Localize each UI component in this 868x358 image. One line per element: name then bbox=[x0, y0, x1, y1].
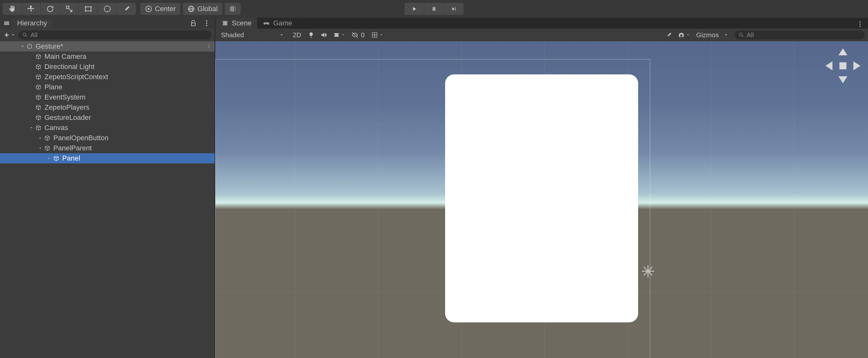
scene-grid-dropdown[interactable] bbox=[369, 30, 385, 40]
hierarchy-item[interactable]: PanelParent bbox=[0, 143, 215, 153]
hand-tool-button[interactable] bbox=[3, 3, 22, 15]
svg-point-14 bbox=[860, 24, 861, 25]
gameobject-icon bbox=[35, 104, 42, 111]
hierarchy-search-input[interactable]: All bbox=[19, 30, 212, 39]
hierarchy-scene-root[interactable]: Gesture* bbox=[0, 41, 215, 52]
scene-audio-toggle[interactable] bbox=[318, 30, 329, 40]
scale-tool-button[interactable] bbox=[60, 3, 79, 15]
recttransform-pivot-gizmo[interactable] bbox=[641, 264, 655, 278]
hierarchy-item[interactable]: Main Camera bbox=[0, 52, 215, 62]
play-button[interactable] bbox=[404, 3, 424, 15]
hierarchy-item-label: ZepetoScriptContext bbox=[44, 73, 108, 81]
search-icon bbox=[22, 32, 28, 38]
foldout-icon[interactable] bbox=[28, 126, 35, 130]
gameobject-icon bbox=[35, 74, 42, 80]
svg-point-10 bbox=[206, 20, 207, 22]
transform-tool-button[interactable] bbox=[98, 3, 117, 15]
scene-view-toolbar: Shaded 2D 0 bbox=[215, 29, 868, 41]
pivot-mode-toggle[interactable]: Center bbox=[140, 3, 180, 15]
space-mode-toggle[interactable]: Global bbox=[183, 3, 222, 15]
svg-point-16 bbox=[23, 33, 26, 36]
hierarchy-item-label: GestureLoader bbox=[44, 113, 91, 122]
gameobject-icon bbox=[35, 63, 42, 70]
tab-game-label: Game bbox=[273, 19, 292, 27]
hierarchy-item[interactable]: Panel bbox=[0, 153, 215, 163]
svg-rect-0 bbox=[85, 7, 91, 11]
hierarchy-lock-icon[interactable] bbox=[189, 19, 198, 28]
hierarchy-item[interactable]: Plane bbox=[0, 82, 215, 92]
gizmos-dropdown[interactable]: Gizmos bbox=[694, 30, 733, 40]
scene-fx-dropdown[interactable] bbox=[331, 30, 347, 40]
gizmos-label: Gizmos bbox=[696, 31, 719, 39]
hierarchy-create-button[interactable] bbox=[3, 31, 15, 38]
tab-game[interactable]: Game bbox=[257, 18, 298, 29]
hierarchy-item[interactable]: EventSystem bbox=[0, 92, 215, 102]
scene-tools-button[interactable] bbox=[663, 30, 674, 40]
tab-hierarchy[interactable]: Hierarchy bbox=[11, 18, 53, 29]
hierarchy-item-label: Panel bbox=[62, 154, 80, 163]
tab-scene[interactable]: Scene bbox=[216, 18, 257, 29]
scene-search-placeholder: All bbox=[747, 31, 754, 39]
gameobject-icon bbox=[35, 94, 42, 101]
hierarchy-item[interactable]: Canvas bbox=[0, 123, 215, 133]
hierarchy-scene-name: Gesture* bbox=[36, 42, 63, 51]
step-button[interactable] bbox=[444, 3, 464, 15]
hierarchy-item-label: EventSystem bbox=[44, 93, 86, 102]
svg-point-6 bbox=[148, 8, 150, 10]
gameobject-icon bbox=[35, 84, 42, 91]
gameobject-icon bbox=[35, 114, 42, 121]
gameobject-icon bbox=[44, 135, 51, 141]
gameobject-icon bbox=[53, 155, 60, 162]
draw-mode-dropdown[interactable]: Shaded bbox=[218, 30, 288, 40]
unity-scene-icon bbox=[26, 43, 33, 50]
foldout-icon[interactable] bbox=[46, 156, 53, 161]
gameobject-icon bbox=[44, 145, 51, 152]
hierarchy-item[interactable]: PanelOpenButton bbox=[0, 133, 215, 143]
hierarchy-item[interactable]: GestureLoader bbox=[0, 113, 215, 123]
hierarchy-kebab-icon[interactable] bbox=[202, 19, 212, 28]
snap-toggle-button[interactable] bbox=[225, 3, 241, 15]
hierarchy-item-label: Plane bbox=[44, 83, 62, 91]
scene-view-panel: Shaded 2D 0 bbox=[215, 29, 868, 358]
hierarchy-item[interactable]: ZepetoScriptContext bbox=[0, 72, 215, 82]
scene-orientation-gizmo[interactable] bbox=[826, 48, 860, 83]
hidden-objects-indicator[interactable]: 0 bbox=[349, 30, 367, 40]
hierarchy-tree[interactable]: Gesture* Main CameraDirectional LightZep… bbox=[0, 41, 215, 358]
hierarchy-tab-area: Hierarchy bbox=[0, 18, 215, 29]
hierarchy-item-label: Main Camera bbox=[44, 52, 86, 61]
scene-window-kebab-icon[interactable] bbox=[855, 19, 865, 29]
pivot-mode-label: Center bbox=[155, 5, 176, 13]
foldout-icon[interactable] bbox=[19, 44, 26, 49]
two-d-toggle[interactable]: 2D bbox=[290, 30, 304, 40]
hierarchy-drag-handle-icon[interactable] bbox=[2, 19, 11, 28]
tab-scene-label: Scene bbox=[232, 19, 251, 27]
window-tabs-row: Hierarchy Scene Game bbox=[0, 18, 868, 29]
hierarchy-item-label: PanelParent bbox=[53, 144, 92, 152]
playback-controls bbox=[404, 3, 464, 15]
search-icon bbox=[739, 32, 744, 38]
rect-tool-button[interactable] bbox=[79, 3, 98, 15]
snap-group bbox=[225, 3, 241, 15]
custom-tool-button[interactable] bbox=[117, 3, 136, 15]
hierarchy-item[interactable]: Directional Light bbox=[0, 62, 215, 72]
scene-camera-dropdown[interactable] bbox=[676, 30, 692, 40]
rotate-tool-button[interactable] bbox=[41, 3, 60, 15]
svg-point-20 bbox=[739, 33, 742, 36]
scene-search-input[interactable]: All bbox=[735, 30, 865, 39]
hierarchy-toolbar: All bbox=[0, 29, 215, 41]
panel-gameobject-visual[interactable] bbox=[445, 74, 638, 322]
svg-point-11 bbox=[206, 23, 207, 24]
hierarchy-item[interactable]: ZepetoPlayers bbox=[0, 102, 215, 113]
gameobject-icon bbox=[35, 124, 42, 131]
foldout-icon[interactable] bbox=[37, 146, 44, 150]
hierarchy-item-label: Directional Light bbox=[44, 63, 95, 71]
scene-lighting-toggle[interactable] bbox=[306, 30, 316, 40]
move-tool-button[interactable] bbox=[22, 3, 41, 15]
svg-point-3 bbox=[85, 10, 86, 11]
scene-row-kebab-icon[interactable] bbox=[206, 42, 212, 51]
foldout-icon[interactable] bbox=[37, 136, 44, 140]
svg-point-19 bbox=[209, 47, 210, 48]
hierarchy-search-placeholder: All bbox=[30, 31, 37, 39]
scene-viewport[interactable] bbox=[215, 41, 868, 358]
pause-button[interactable] bbox=[424, 3, 444, 15]
